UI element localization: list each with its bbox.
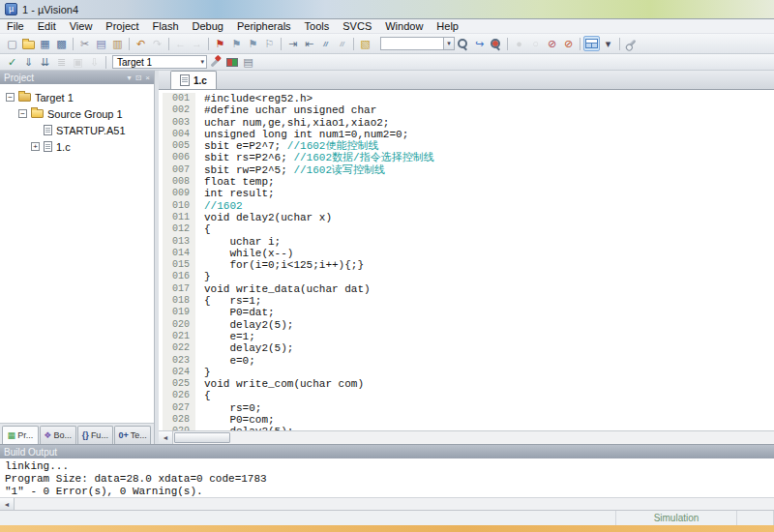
insert-breakpoint-button[interactable]: ● [511,36,527,51]
build-toolbar: ✓⇓⇊≣▣⇩Target 1▾▤ [0,54,774,71]
tab-books[interactable]: ❖Bo... [40,426,76,444]
rebuild-all-button[interactable]: ⇊ [37,55,53,69]
paste-button[interactable]: ▥ [109,36,126,51]
insert-bookmark-button[interactable]: ⚑ [212,36,228,51]
code-line: 010//1602 [159,200,774,212]
cut-button[interactable]: ✂ [76,36,93,51]
manage-components-button[interactable]: ▤ [240,55,256,69]
kill-all-breakpoints-button[interactable]: ⊘ [560,36,577,51]
toolbar-separator [281,38,282,50]
clear-all-bookmarks-button[interactable]: ⚐ [261,36,278,51]
editor-horizontal-scrollbar[interactable]: ◄ [159,430,774,444]
file-icon [180,74,190,86]
panel-menu-button[interactable]: ▾ [128,74,132,82]
tree-expander[interactable]: − [18,109,27,118]
enable-breakpoint-button[interactable]: ○ [527,36,544,51]
download-flash-button[interactable]: ⇩ [86,55,103,69]
code-text: uchar i; [195,236,281,248]
scroll-left-button[interactable]: ◄ [159,431,173,444]
find-button[interactable] [488,36,504,51]
project-panel-title: Project [4,73,34,83]
find-dropdown-arrow[interactable]: ▾ [444,37,455,50]
toolbar-separator [580,38,580,50]
undo-button[interactable]: ↶ [133,36,149,51]
uncomment-selection-button[interactable]: // [334,36,350,51]
status-message-cell [0,511,616,525]
menu-peripherals[interactable]: Peripherals [230,19,298,34]
menu-project[interactable]: Project [99,19,145,34]
tree-item-startup-a51[interactable]: STARTUP.A51 [2,122,154,138]
line-number: 024 [163,367,195,378]
tab-functions[interactable]: {}Fu... [77,426,114,444]
tab-functions-icon: {} [82,430,89,440]
tree-item-label: Source Group 1 [47,108,123,120]
code-line: 026{ [159,390,774,401]
tab-project[interactable]: ▦Pr... [2,426,39,444]
navigate-forward-button[interactable]: → [189,36,205,51]
previous-bookmark-icon: ⚑ [232,38,242,50]
build-target-button[interactable]: ⇓ [20,55,37,69]
line-number: 026 [163,390,195,401]
save-all-button[interactable]: ▩ [53,36,70,51]
indent-button[interactable]: ⇥ [284,36,301,51]
code-line: 024} [159,367,774,378]
menu-debug[interactable]: Debug [186,19,230,34]
navigate-back-button[interactable]: ← [172,36,189,51]
comment-selection-icon: // [323,40,327,48]
insert-bookmark-icon: ⚑ [216,38,225,50]
menu-edit[interactable]: Edit [31,19,63,34]
save-button[interactable]: ▦ [37,36,53,51]
code-text: { [195,223,211,235]
flash-download-options-button[interactable] [223,55,240,69]
configure-tools-button[interactable] [623,36,640,51]
menu-svcs[interactable]: SVCS [336,19,378,34]
redo-button[interactable]: ↷ [149,36,165,51]
open-folder-button[interactable] [20,36,37,51]
code-area[interactable]: 001#include<reg52.h>002#define uchar uns… [159,90,774,430]
previous-bookmark-button[interactable]: ⚑ [228,36,245,51]
tree-item-source-group-1[interactable]: −Source Group 1 [2,105,154,122]
disable-all-breakpoints-button[interactable]: ⊘ [544,36,560,51]
tree-expander[interactable]: + [31,142,40,151]
next-bookmark-button[interactable]: ⚑ [245,36,261,51]
options-for-target-button[interactable] [207,55,223,69]
build-output-scrollbar[interactable]: ◄ [0,497,774,510]
translate-file-button[interactable]: ✓ [4,55,20,69]
code-text: void write_data(uchar dat) [195,283,371,295]
menu-flash[interactable]: Flash [146,19,186,34]
batch-build-button[interactable]: ≣ [53,55,70,69]
tree-expander[interactable]: − [6,93,15,102]
window-layout-button[interactable] [583,36,600,51]
panel-pin-button[interactable]: ⊡ [135,74,142,82]
copy-button[interactable]: ▤ [93,36,109,51]
chevron-down-icon: ▾ [200,58,206,66]
tree-item-target-1[interactable]: −Target 1 [2,89,154,105]
indent-icon: ⇥ [288,38,297,50]
panel-close-button[interactable]: × [145,74,150,82]
menu-help[interactable]: Help [430,19,465,34]
toolbar-separator [208,38,209,50]
menu-window[interactable]: Window [378,19,430,34]
menu-view[interactable]: View [63,19,100,34]
outdent-button[interactable]: ⇤ [301,36,317,51]
comment-selection-button[interactable]: // [317,36,334,51]
menu-file[interactable]: File [0,19,31,34]
find-input[interactable] [380,37,444,50]
find-in-files-button[interactable]: ▧ [357,36,373,51]
menu-tools[interactable]: Tools [298,19,337,34]
target-select[interactable]: Target 1▾ [112,55,207,69]
tree-item-1-c[interactable]: +1.c [2,138,154,155]
code-text: sbit rw=P2^5; [195,164,293,176]
find-next-button[interactable]: ↪ [471,36,488,51]
tab-templates[interactable]: 0+Te... [114,426,151,444]
window-layout-dropdown-button[interactable]: ▾ [600,36,616,51]
new-file-button[interactable]: ▢ [4,36,20,51]
build-output-title: Build Output [4,447,57,458]
search-in-files-button[interactable] [455,36,471,51]
scroll-left-button[interactable]: ◄ [0,498,15,510]
tab-project-label: Pr... [17,430,33,440]
editor-tab-1c[interactable]: 1.c [170,71,217,89]
stop-build-button[interactable]: ▣ [70,55,86,69]
scrollbar-thumb[interactable] [174,432,230,443]
code-line: 002#define uchar unsigned char [159,104,774,116]
